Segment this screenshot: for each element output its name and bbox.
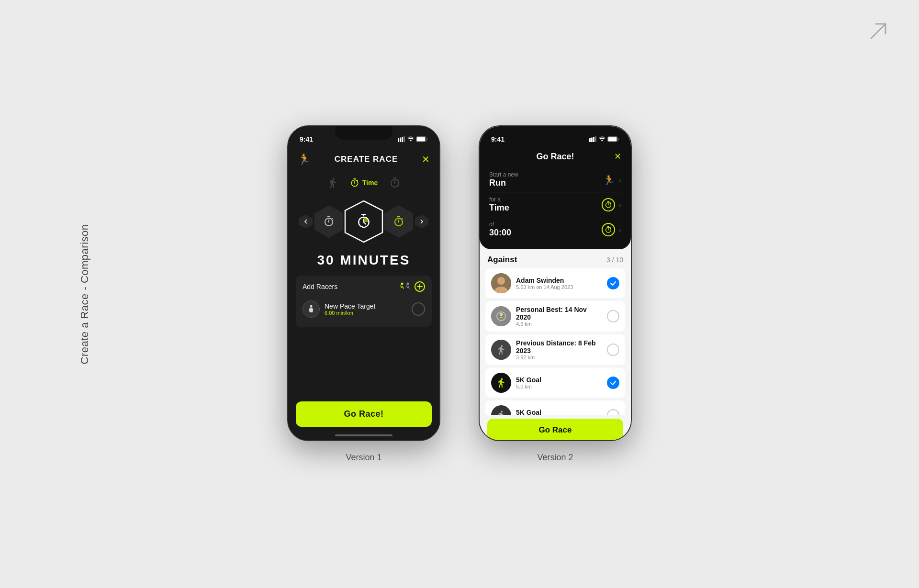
v2-check-5k2[interactable] [607, 409, 619, 415]
v1-hex-right[interactable] [415, 215, 428, 228]
v1-run-icon: 🏃 [298, 153, 311, 166]
v1-add-racer-btn[interactable] [415, 281, 425, 292]
v1-content: 🏃 CREATE RACE ✕ [288, 147, 439, 440]
svg-point-20 [497, 277, 505, 285]
v2-avatar-pb [491, 306, 511, 326]
v1-tab-time-label: Time [362, 179, 378, 187]
v1-racer-pace: 6:00 min/km [325, 310, 407, 316]
version2-wrapper: 9:41 Go Race! ✕ [479, 125, 632, 463]
v1-tab-other[interactable] [387, 175, 403, 190]
v2-time-arrow: › [619, 201, 621, 209]
v2-for-label: for a [489, 196, 602, 203]
v2-version-label: Version 2 [537, 453, 573, 463]
v2-row-duration-right: › [602, 223, 621, 236]
v2-time: 9:41 [491, 135, 504, 143]
svg-rect-15 [593, 137, 594, 142]
v2-row-time[interactable]: for a Time › [489, 192, 621, 217]
v2-row-duration[interactable]: of 30:00 › [489, 217, 621, 242]
svg-point-11 [407, 283, 409, 285]
v2-check-5k1[interactable] [607, 377, 619, 389]
v2-avatar-prev [491, 340, 511, 360]
v2-row-duration-left: of 30:00 [489, 221, 602, 238]
v1-hex-row [288, 194, 439, 247]
v2-racer-5k2-info: 5K Goal 5.0 km [516, 409, 602, 415]
svg-rect-1 [398, 138, 399, 142]
v2-racer-5k1-name: 5K Goal [516, 376, 602, 384]
svg-rect-16 [595, 136, 596, 142]
v1-racer-item: New Pace Target 6:00 min/km [303, 297, 425, 322]
v2-start-value: Run [489, 178, 603, 188]
v1-racers-title: Add Racers [303, 283, 337, 290]
v1-close-icon[interactable]: ✕ [422, 154, 430, 165]
svg-rect-6 [417, 137, 426, 142]
v2-racer-pb[interactable]: Personal Best: 14 Nov 2020 4.6 km [485, 301, 625, 332]
v2-avatar-5k2 [491, 405, 511, 415]
page-label: Create a Race - Comparison [78, 224, 91, 364]
v2-go-race-btn[interactable]: Go Race [487, 419, 623, 441]
v2-against-title: Against [487, 255, 517, 265]
v2-run-arrow: › [619, 176, 621, 184]
v1-hex-30-active[interactable] [344, 200, 383, 243]
svg-point-12 [310, 305, 313, 308]
v1-racer-avatar [303, 300, 320, 318]
version2-phone: 9:41 Go Race! ✕ [479, 125, 632, 441]
v2-racer-5k1[interactable]: 5K Goal 5.0 km [485, 368, 625, 398]
v2-of-label: of [489, 221, 602, 228]
v2-racer-prev[interactable]: Previous Distance: 8 Feb 2023 3.92 km [485, 334, 625, 365]
v1-racers-header: Add Racers [303, 281, 425, 292]
v2-title: Go Race! [503, 152, 608, 162]
v2-of-value: 30:00 [489, 228, 602, 238]
v2-check-pb[interactable] [607, 310, 619, 322]
v1-hex-15[interactable] [314, 205, 343, 238]
v2-bottom: Go Race [480, 415, 631, 441]
v1-racers-run-icon [398, 282, 412, 291]
v2-check-adam[interactable] [607, 277, 619, 289]
arrow-icon [866, 19, 890, 43]
v2-check-prev[interactable] [607, 344, 619, 356]
v1-tab-time[interactable]: Time [350, 178, 378, 188]
v1-time: 9:41 [300, 135, 313, 143]
svg-rect-4 [403, 136, 405, 142]
v2-racer-prev-name: Previous Distance: 8 Feb 2023 [516, 339, 602, 355]
v1-racer-info: New Pace Target 6:00 min/km [325, 302, 407, 316]
v2-against-section: Against 3 / 10 [480, 249, 631, 415]
v2-time-icon [602, 198, 615, 211]
svg-rect-2 [400, 138, 401, 143]
v2-racer-prev-info: Previous Distance: 8 Feb 2023 3.92 km [516, 339, 602, 360]
v2-racer-5k2-partial: 5K Goal 5.0 km [485, 400, 625, 415]
v1-home-indicator [335, 434, 392, 436]
v1-racer-name: New Pace Target [325, 302, 407, 310]
v1-tabs: Time [288, 171, 439, 194]
v1-header: 🏃 CREATE RACE ✕ [288, 147, 439, 171]
v2-header: Go Race! ✕ [489, 147, 621, 167]
v1-racers-section: Add Racers [296, 276, 432, 327]
svg-rect-3 [402, 137, 403, 142]
v1-tab-distance[interactable] [325, 175, 340, 190]
phones-container: 9:41 🏃 CREATE RACE ✕ [287, 125, 632, 463]
svg-rect-13 [589, 138, 591, 142]
svg-rect-14 [591, 138, 593, 143]
v2-row-run-right: 🏃 › [603, 174, 621, 186]
svg-rect-18 [608, 137, 617, 142]
version1-phone: 9:41 🏃 CREATE RACE ✕ [287, 125, 440, 441]
v1-hex-45[interactable] [384, 205, 413, 238]
v2-racer-5k2[interactable]: 5K Goal 5.0 km [485, 400, 625, 415]
v1-racer-toggle[interactable] [412, 302, 425, 316]
v2-close-icon[interactable]: ✕ [608, 151, 621, 162]
v2-top-section: Go Race! ✕ Start a new Run 🏃 › [480, 147, 631, 249]
v2-row-run-left: Start a new Run [489, 171, 603, 188]
v2-row-run[interactable]: Start a new Run 🏃 › [489, 167, 621, 192]
v2-against-count: 3 / 10 [606, 256, 623, 264]
version1-wrapper: 9:41 🏃 CREATE RACE ✕ [287, 125, 440, 463]
v1-title: CREATE RACE [335, 155, 398, 164]
v2-against-header: Against 3 / 10 [480, 249, 631, 268]
v2-avatar-adam [491, 273, 511, 293]
v1-spacer [288, 327, 439, 401]
v2-racer-adam[interactable]: Adam Swinden 5.63 km on 14 Aug 2023 [485, 268, 625, 298]
v1-status-icons [398, 136, 428, 142]
v1-hex-left[interactable] [299, 215, 313, 228]
v1-go-race-btn[interactable]: Go Race! [296, 401, 432, 427]
v2-racer-pb-info: Personal Best: 14 Nov 2020 4.6 km [516, 306, 602, 327]
v2-for-value: Time [489, 203, 602, 213]
v2-racer-adam-info: Adam Swinden 5.63 km on 14 Aug 2023 [516, 277, 602, 290]
